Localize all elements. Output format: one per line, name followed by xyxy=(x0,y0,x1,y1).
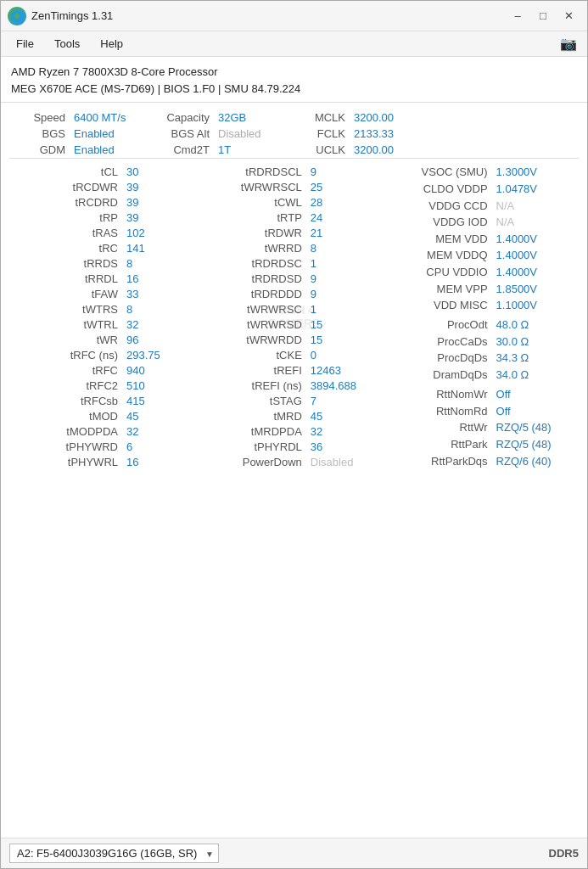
minimize-button[interactable]: – xyxy=(506,7,529,25)
timing-value: 39 xyxy=(123,179,199,194)
timings-middle-table: tRDRDSCL9tWRWRSCL25tCWL28tRTP24tRDWR21tW… xyxy=(199,164,389,469)
maximize-button[interactable]: □ xyxy=(531,7,555,25)
timing-value: 0 xyxy=(307,347,389,362)
timing-row: CPU VDDIO1.4000V xyxy=(389,264,579,281)
main-window: ZenTimings 1.31 – □ ✕ File Tools Help 📷 … xyxy=(0,0,588,869)
timing-value: 8 xyxy=(123,255,199,271)
timing-row: tRTP24 xyxy=(199,210,389,225)
close-button[interactable]: ✕ xyxy=(557,7,580,25)
timing-label: RttNomWr xyxy=(389,386,492,403)
timing-value: 39 xyxy=(123,194,199,210)
timing-value: 6 xyxy=(123,439,199,454)
timing-row: tRFC (ns)293.75 xyxy=(9,347,199,362)
timing-label: MEM VPP xyxy=(389,280,492,297)
timing-label: tREFI (ns) xyxy=(199,378,307,393)
camera-button[interactable]: 📷 xyxy=(557,35,580,53)
timing-value: 7 xyxy=(307,393,389,408)
timing-row: tRCDWR39 xyxy=(9,179,199,194)
bgsalt-label: BGS Alt xyxy=(145,126,213,142)
window-title: ZenTimings 1.31 xyxy=(31,9,506,22)
timing-row: tRC141 xyxy=(9,240,199,255)
stats-row-3: GDM Enabled Cmd2T 1T UCLK 3200.00 xyxy=(9,142,579,159)
uclk-label: UCLK xyxy=(281,142,349,159)
timing-value: 102 xyxy=(123,225,199,240)
timing-row: tMRDPDA32 xyxy=(199,423,389,439)
timing-label: tMRDPDA xyxy=(199,423,307,439)
timing-row: tWTRS8 xyxy=(9,301,199,317)
top-stats-table: Speed 6400 MT/s Capacity 32GB MCLK 3200.… xyxy=(9,109,579,159)
timing-row: tRDRDSC1 xyxy=(199,255,389,271)
menu-tools[interactable]: Tools xyxy=(46,34,88,53)
mclk-label: MCLK xyxy=(281,109,349,126)
timing-value: RZQ/5 (48) xyxy=(493,419,579,436)
timing-label: PowerDown xyxy=(199,454,307,469)
timing-row: tMOD45 xyxy=(9,408,199,423)
timing-label: tRC xyxy=(9,240,123,255)
timing-row: tWRRD8 xyxy=(199,240,389,255)
timing-row: tMODPDA32 xyxy=(9,423,199,439)
timing-value: 940 xyxy=(123,362,199,378)
timing-value: 16 xyxy=(123,454,199,469)
timings-left-table: tCL30tRCDWR39tRCDRD39tRP39tRAS102tRC141t… xyxy=(9,164,199,469)
fclk-label: FCLK xyxy=(281,126,349,142)
timing-value: 415 xyxy=(123,393,199,408)
timing-row: tRDRDSCL9 xyxy=(199,164,389,179)
timing-value: 1 xyxy=(307,255,389,271)
timing-row: tRDRDSD9 xyxy=(199,271,389,286)
timing-row: ProcOdt48.0 Ω xyxy=(389,317,579,334)
timing-value: 30 xyxy=(123,164,199,179)
timing-value: 141 xyxy=(123,240,199,255)
timing-label: tWRWRSD xyxy=(199,317,307,332)
timing-label: MEM VDD xyxy=(389,231,492,248)
timing-label: tWTRL xyxy=(9,317,123,332)
timing-label: tRTP xyxy=(199,210,307,225)
timing-label: tMOD xyxy=(9,408,123,423)
timing-row: tCKE0 xyxy=(199,347,389,362)
timing-label: ProcOdt xyxy=(389,317,492,334)
menu-file[interactable]: File xyxy=(8,34,42,53)
timing-row: tPHYRDL36 xyxy=(199,439,389,454)
module-dropdown[interactable]: A2: F5-6400J3039G16G (16GB, SR) xyxy=(9,844,219,863)
capacity-label: Capacity xyxy=(145,109,213,126)
timing-label: tMODPDA xyxy=(9,423,123,439)
timing-value: 30.0 Ω xyxy=(493,334,579,350)
speed-label: Speed xyxy=(9,109,69,126)
menu-bar: File Tools Help 📷 xyxy=(1,31,587,57)
bgs-value: Enabled xyxy=(69,126,145,142)
timing-value: Off xyxy=(493,402,579,419)
timing-label: tWRWRDD xyxy=(199,332,307,347)
timing-value: 32 xyxy=(307,423,389,439)
timing-label: tWRRD xyxy=(199,240,307,255)
timing-label: VSOC (SMU) xyxy=(389,164,492,181)
timing-row: RttWrRZQ/5 (48) xyxy=(389,419,579,436)
timing-value: 33 xyxy=(123,286,199,301)
uclk-value: 3200.00 xyxy=(349,142,579,159)
timing-label: CPU VDDIO xyxy=(389,264,492,281)
stats-row-1: Speed 6400 MT/s Capacity 32GB MCLK 3200.… xyxy=(9,109,579,126)
timing-value: RZQ/6 (40) xyxy=(493,452,579,469)
timing-label: tRRDS xyxy=(9,255,123,271)
timing-row: tPHYWRL16 xyxy=(9,454,199,469)
timing-label: tREFI xyxy=(199,362,307,378)
timing-row: tSTAG7 xyxy=(199,393,389,408)
stats-row-2: BGS Enabled BGS Alt Disabled FCLK 2133.3… xyxy=(9,126,579,142)
timing-value: 21 xyxy=(307,225,389,240)
timing-value: 1.0478V xyxy=(493,181,579,198)
timing-value: 34.0 Ω xyxy=(493,367,579,384)
timing-label: ProcCaDs xyxy=(389,334,492,350)
gdm-label: GDM xyxy=(9,142,69,159)
timing-row: tCWL28 xyxy=(199,194,389,210)
timing-row: tWRWRSC1 xyxy=(199,301,389,317)
timings-right-table: VSOC (SMU)1.3000VCLDO VDDP1.0478VVDDG CC… xyxy=(389,164,579,469)
timing-value: 24 xyxy=(307,210,389,225)
menu-help[interactable]: Help xyxy=(92,34,132,53)
timing-row: tRFC2510 xyxy=(9,378,199,393)
timing-label: MEM VDDQ xyxy=(389,247,492,264)
timing-row: tRDWR21 xyxy=(199,225,389,240)
timing-label: tRFCsb xyxy=(9,393,123,408)
timing-row: tREFI (ns)3894.688 xyxy=(199,378,389,393)
timing-value: N/A xyxy=(493,197,579,214)
timing-value: 16 xyxy=(123,271,199,286)
timing-label: CLDO VDDP xyxy=(389,181,492,198)
timing-label: tRAS xyxy=(9,225,123,240)
